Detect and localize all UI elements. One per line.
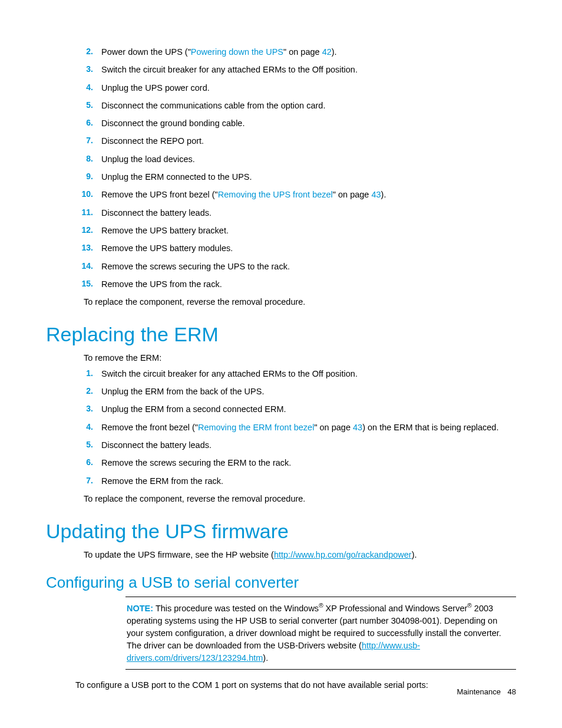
list-item: 14.Remove the screws securing the UPS to… bbox=[81, 261, 516, 272]
note-post: ). bbox=[263, 653, 268, 663]
fw-intro-post: ). bbox=[412, 550, 417, 559]
list-text: Power down the UPS ("Powering down the U… bbox=[101, 46, 516, 58]
list-item: 5.Disconnect the battery leads. bbox=[81, 439, 516, 451]
list-item: 1.Switch the circuit breaker for any att… bbox=[81, 368, 516, 380]
list-item: 3.Switch the circuit breaker for any att… bbox=[81, 64, 516, 75]
list-text: Unplug the ERM from a second connected E… bbox=[101, 403, 516, 415]
list-text: Remove the screws securing the ERM to th… bbox=[101, 457, 516, 469]
registered-icon: ® bbox=[319, 602, 323, 609]
list-number: 6. bbox=[81, 117, 101, 129]
note-p1a: This procedure was tested on the Windows bbox=[153, 604, 319, 613]
erm-intro: To remove the ERM: bbox=[84, 352, 516, 364]
list-item: 10.Remove the UPS front bezel ("Removing… bbox=[81, 189, 516, 200]
list-item: 3.Unplug the ERM from a second connected… bbox=[81, 403, 516, 415]
list-number: 3. bbox=[81, 64, 101, 75]
list-text: Remove the ERM from the rack. bbox=[101, 475, 516, 487]
list-number: 9. bbox=[81, 171, 101, 183]
heading-updating-firmware: Updating the UPS firmware bbox=[46, 520, 516, 543]
list-number: 2. bbox=[81, 386, 101, 397]
list-number: 7. bbox=[81, 135, 101, 147]
list-item: 11.Disconnect the battery leads. bbox=[81, 207, 516, 219]
list1-after-text: To replace the component, reverse the re… bbox=[84, 296, 516, 308]
list-number: 13. bbox=[81, 242, 101, 254]
list-text: Unplug the UPS power cord. bbox=[101, 82, 516, 94]
list-item: 6.Disconnect the ground bonding cable. bbox=[81, 117, 516, 129]
list-text-pre: Power down the UPS (" bbox=[101, 47, 191, 57]
list-number: 4. bbox=[81, 82, 101, 94]
list-number: 5. bbox=[81, 100, 101, 111]
list-text-post: ) on the ERM that is being replaced. bbox=[362, 423, 498, 432]
list-text: Disconnect the ground bonding cable. bbox=[101, 117, 516, 129]
ups-removal-list: 2.Power down the UPS ("Powering down the… bbox=[81, 46, 516, 290]
list-text: Unplug the load devices. bbox=[101, 153, 516, 165]
heading-replacing-erm: Replacing the ERM bbox=[46, 323, 516, 346]
list-text-mid: " on page bbox=[283, 47, 322, 57]
list-item: 15.Remove the UPS from the rack. bbox=[81, 278, 516, 290]
list-number: 3. bbox=[81, 403, 101, 415]
list-item: 13.Remove the UPS battery modules. bbox=[81, 242, 516, 254]
footer-page-number: 48 bbox=[508, 687, 516, 696]
list-item: 4.Unplug the UPS power cord. bbox=[81, 82, 516, 94]
note-label: NOTE: bbox=[127, 604, 153, 613]
list-text-mid: " on page bbox=[314, 423, 353, 432]
note-p1b: XP Professional and Windows Server bbox=[323, 604, 468, 613]
list-item: 7.Remove the ERM from the rack. bbox=[81, 475, 516, 487]
list-item: 2.Power down the UPS ("Powering down the… bbox=[81, 46, 516, 58]
list-text: Remove the UPS from the rack. bbox=[101, 278, 516, 290]
footer-section: Maintenance bbox=[457, 687, 500, 696]
list-item: 12.Remove the UPS battery bracket. bbox=[81, 225, 516, 236]
list-number: 12. bbox=[81, 225, 101, 236]
cross-reference-link[interactable]: Removing the UPS front bezel bbox=[218, 190, 333, 199]
list-number: 8. bbox=[81, 153, 101, 165]
list-text: Unplug the ERM connected to the UPS. bbox=[101, 171, 516, 183]
list-text-pre: Remove the UPS front bezel (" bbox=[101, 190, 218, 199]
list-item: 9.Unplug the ERM connected to the UPS. bbox=[81, 171, 516, 183]
link-hp-rackandpower[interactable]: http://www.hp.com/go/rackandpower bbox=[274, 550, 412, 559]
list-item: 4.Remove the front bezel ("Removing the … bbox=[81, 421, 516, 433]
list-item: 5.Disconnect the communications cable fr… bbox=[81, 100, 516, 111]
cross-reference-link[interactable]: Removing the ERM front bezel bbox=[198, 423, 314, 432]
heading-usb-serial: Configuring a USB to serial converter bbox=[46, 574, 516, 592]
list-text-post: ). bbox=[381, 190, 386, 199]
list-text-post: ). bbox=[332, 47, 337, 57]
list-text: Remove the UPS battery bracket. bbox=[101, 225, 516, 236]
page-reference-link[interactable]: 42 bbox=[322, 47, 332, 57]
usb-body: To configure a USB port to the COM 1 por… bbox=[75, 679, 516, 691]
list-text: Remove the front bezel ("Removing the ER… bbox=[101, 421, 516, 433]
list-number: 15. bbox=[81, 278, 101, 290]
page-content: 2.Power down the UPS ("Powering down the… bbox=[0, 0, 562, 691]
fw-intro-pre: To update the UPS firmware, see the HP w… bbox=[84, 550, 274, 559]
page-reference-link[interactable]: 43 bbox=[353, 423, 362, 432]
list-number: 1. bbox=[81, 368, 101, 380]
registered-icon: ® bbox=[467, 602, 471, 609]
list-number: 7. bbox=[81, 475, 101, 487]
list-text: Unplug the ERM from the back of the UPS. bbox=[101, 386, 516, 397]
list-text: Disconnect the battery leads. bbox=[101, 207, 516, 219]
list-number: 11. bbox=[81, 207, 101, 219]
list-text: Switch the circuit breaker for any attac… bbox=[101, 368, 516, 380]
list-number: 5. bbox=[81, 439, 101, 451]
list-text-pre: Remove the front bezel (" bbox=[101, 423, 198, 432]
list-item: 7.Disconnect the REPO port. bbox=[81, 135, 516, 147]
list-text: Remove the UPS battery modules. bbox=[101, 242, 516, 254]
firmware-intro: To update the UPS firmware, see the HP w… bbox=[84, 549, 516, 561]
list-item: 6.Remove the screws securing the ERM to … bbox=[81, 457, 516, 469]
page-reference-link[interactable]: 43 bbox=[371, 190, 381, 199]
note-box: NOTE: This procedure was tested on the W… bbox=[125, 597, 516, 670]
erm-after-text: To replace the component, reverse the re… bbox=[84, 493, 516, 505]
erm-removal-list: 1.Switch the circuit breaker for any att… bbox=[81, 368, 516, 487]
list-text: Remove the UPS front bezel ("Removing th… bbox=[101, 189, 516, 200]
cross-reference-link[interactable]: Powering down the UPS bbox=[191, 47, 283, 57]
list-number: 2. bbox=[81, 46, 101, 58]
list-number: 4. bbox=[81, 421, 101, 433]
list-text: Remove the screws securing the UPS to th… bbox=[101, 261, 516, 272]
list-item: 2.Unplug the ERM from the back of the UP… bbox=[81, 386, 516, 397]
list-item: 8.Unplug the load devices. bbox=[81, 153, 516, 165]
list-text: Disconnect the REPO port. bbox=[101, 135, 516, 147]
list-text: Disconnect the battery leads. bbox=[101, 439, 516, 451]
list-number: 14. bbox=[81, 261, 101, 272]
list-number: 10. bbox=[81, 189, 101, 200]
page-footer: Maintenance 48 bbox=[457, 687, 516, 696]
list-text: Disconnect the communications cable from… bbox=[101, 100, 516, 111]
list-text-mid: " on page bbox=[333, 190, 372, 199]
